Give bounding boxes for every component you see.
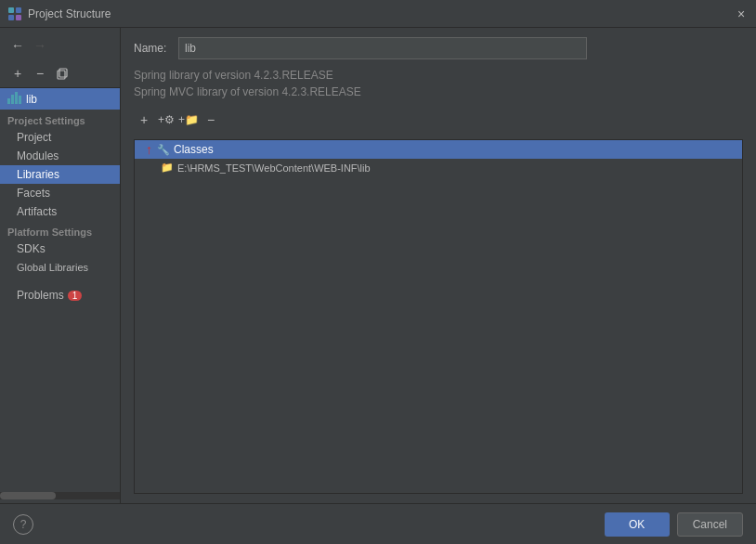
classes-label: Classes bbox=[174, 143, 214, 156]
dialog-buttons: OK Cancel bbox=[605, 512, 743, 537]
sidebar-item-libraries[interactable]: Libraries bbox=[0, 165, 120, 184]
red-arrow-indicator: ↑ bbox=[146, 142, 152, 157]
close-button[interactable]: × bbox=[734, 6, 749, 21]
title-bar: Project Structure × bbox=[0, 0, 756, 28]
svg-rect-3 bbox=[16, 15, 21, 20]
remove-button[interactable]: − bbox=[30, 63, 50, 84]
help-button[interactable]: ? bbox=[13, 514, 33, 535]
copy-button[interactable] bbox=[52, 63, 72, 84]
tree-node-folder[interactable]: 📁 E:\HRMS_TEST\WebContent\WEB-INF\lib bbox=[135, 159, 742, 176]
svg-rect-2 bbox=[8, 15, 14, 20]
svg-rect-9 bbox=[19, 96, 21, 104]
problems-section: Problems 1 bbox=[0, 286, 120, 304]
svg-rect-7 bbox=[11, 95, 14, 104]
back-button[interactable]: ← bbox=[7, 35, 28, 56]
left-scrollbar[interactable] bbox=[0, 492, 120, 499]
app-icon bbox=[7, 6, 22, 21]
sidebar-item-problems[interactable]: Problems 1 bbox=[0, 286, 120, 304]
svg-rect-5 bbox=[59, 69, 67, 77]
classes-icon: 🔧 bbox=[157, 144, 170, 156]
svg-rect-8 bbox=[15, 92, 18, 104]
left-toolbar: + − bbox=[0, 59, 120, 88]
left-panel: ← → + − lib bbox=[0, 28, 121, 503]
right-panel: Name: Spring library of version 4.2.3.RE… bbox=[121, 28, 756, 503]
description: Spring library of version 4.2.3.RELEASE … bbox=[134, 67, 743, 100]
problems-badge: 1 bbox=[68, 291, 83, 301]
forward-button[interactable]: → bbox=[30, 35, 50, 56]
sidebar-item-facets[interactable]: Facets bbox=[0, 184, 120, 202]
right-add-jar-button[interactable]: +⚙ bbox=[156, 110, 176, 130]
right-add-dir-button[interactable]: +📁 bbox=[178, 110, 199, 130]
sidebar-item-global-libraries[interactable]: Global Libraries bbox=[0, 258, 120, 277]
sidebar-item-artifacts[interactable]: Artifacts bbox=[0, 202, 120, 221]
folder-icon: 📁 bbox=[161, 162, 174, 174]
project-settings-header: Project Settings bbox=[0, 110, 120, 128]
title-bar-left: Project Structure bbox=[7, 6, 111, 21]
left-scrollbar-thumb bbox=[0, 492, 56, 499]
ok-button[interactable]: OK bbox=[605, 512, 670, 537]
library-tree: ↑ 🔧 Classes 📁 E:\HRMS_TEST\WebContent\WE… bbox=[134, 139, 743, 494]
svg-rect-6 bbox=[7, 98, 10, 104]
library-label: lib bbox=[26, 93, 37, 106]
name-label: Name: bbox=[134, 42, 171, 55]
tree-node-classes[interactable]: ↑ 🔧 Classes bbox=[135, 140, 742, 159]
desc-line-1: Spring library of version 4.2.3.RELEASE bbox=[134, 67, 743, 84]
name-row: Name: bbox=[134, 37, 743, 59]
right-remove-button[interactable]: − bbox=[201, 110, 221, 130]
platform-settings-header: Platform Settings bbox=[0, 221, 120, 240]
svg-rect-4 bbox=[58, 71, 65, 79]
window-title: Project Structure bbox=[28, 7, 111, 20]
library-tree-item[interactable]: lib bbox=[0, 88, 120, 110]
folder-label: E:\HRMS_TEST\WebContent\WEB-INF\lib bbox=[177, 162, 371, 174]
sidebar-item-project[interactable]: Project bbox=[0, 128, 120, 147]
right-toolbar: + +⚙ +📁 − bbox=[134, 108, 743, 132]
svg-rect-1 bbox=[16, 7, 21, 13]
add-button[interactable]: + bbox=[7, 63, 28, 84]
bottom-bar: ? OK Cancel bbox=[0, 503, 756, 544]
add-dir-icon: +📁 bbox=[178, 113, 199, 126]
sidebar-item-modules[interactable]: Modules bbox=[0, 147, 120, 165]
name-input[interactable] bbox=[178, 37, 587, 59]
library-bar-icon bbox=[7, 91, 22, 107]
sidebar-item-sdks[interactable]: SDKs bbox=[0, 240, 120, 258]
svg-rect-0 bbox=[8, 7, 14, 13]
cancel-button[interactable]: Cancel bbox=[677, 512, 743, 537]
add-jar-icon: +⚙ bbox=[158, 113, 175, 126]
nav-arrows: ← → bbox=[0, 32, 120, 59]
right-add-button[interactable]: + bbox=[134, 110, 154, 130]
main-layout: ← → + − lib bbox=[0, 28, 756, 503]
desc-line-2: Spring MVC library of version 4.2.3.RELE… bbox=[134, 84, 743, 100]
copy-icon bbox=[56, 67, 69, 80]
